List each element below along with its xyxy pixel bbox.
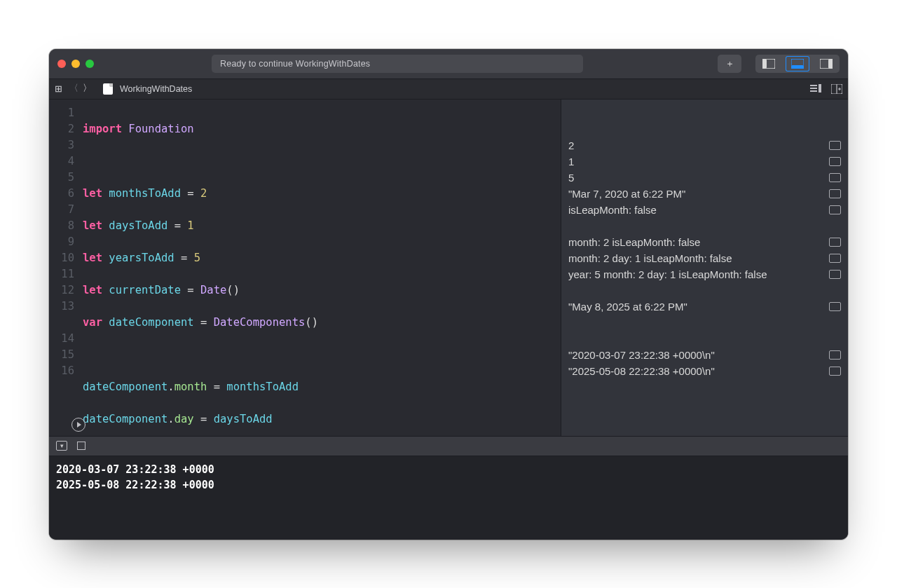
titlebar: Ready to continue WorkingWithDates ＋ [49,49,848,78]
activity-status[interactable]: Ready to continue WorkingWithDates [212,55,583,73]
svg-rect-1 [762,59,767,69]
toggle-left-panel-button[interactable] [757,56,781,71]
panel-toggle-group [755,55,840,73]
console-output[interactable]: 2020-03-07 23:22:38 +0000 2025-05-08 22:… [49,456,848,540]
activity-status-text: Ready to continue WorkingWithDates [220,59,370,69]
result-row[interactable]: month: 2 isLeapMonth: false [568,234,841,250]
line-number [49,315,74,331]
quicklook-icon[interactable] [829,350,841,360]
quicklook-icon[interactable] [829,302,841,311]
line-number: 15 [49,347,74,363]
breadcrumb-filename[interactable]: WorkingWithDates [120,84,192,94]
quicklook-icon[interactable] [829,141,841,150]
swift-file-icon [103,83,113,95]
quicklook-icon[interactable] [829,270,841,279]
console-line: 2025-05-08 22:22:38 +0000 [56,479,214,491]
quicklook-icon[interactable] [829,238,841,247]
quicklook-icon[interactable] [829,367,841,376]
xcode-window: Ready to continue WorkingWithDates ＋ ⊞ 〈… [49,49,848,540]
quicklook-icon[interactable] [829,254,841,263]
console-line: 2020-03-07 23:22:38 +0000 [56,463,214,476]
add-editor-icon[interactable] [831,84,842,94]
result-row[interactable]: "2020-03-07 23:22:38 +0000\n" [568,347,841,363]
result-row[interactable]: 1 [568,153,841,170]
svg-rect-7 [810,88,817,89]
result-row[interactable]: isLeapMonth: false [568,202,841,218]
source-editor[interactable]: 1 2 3 4 5 6 7 8 9 10 11 12 13 14 15 16 i… [49,100,561,436]
line-number: 14 [49,331,74,347]
close-window-button[interactable] [57,60,66,68]
line-number: 13 [49,299,74,315]
code-content[interactable]: import Foundation let monthsToAdd = 2 le… [80,100,561,436]
minimap-icon[interactable] [810,84,821,94]
svg-rect-8 [810,90,817,92]
history-nav: 〈 〉 [69,83,92,95]
editor-area: 1 2 3 4 5 6 7 8 9 10 11 12 13 14 15 16 i… [49,100,848,436]
result-row[interactable]: "Mar 7, 2020 at 6:22 PM" [568,186,841,202]
line-number: 6 [49,186,74,202]
svg-rect-9 [819,84,821,93]
line-number: 2 [49,121,74,137]
history-back-button[interactable]: 〈 [69,83,78,95]
minimize-window-button[interactable] [71,60,80,68]
result-row[interactable]: month: 2 day: 1 isLeapMonth: false [568,250,841,266]
debug-dropdown-icon[interactable]: ▾ [56,441,67,451]
toggle-bottom-panel-button[interactable] [786,56,809,71]
line-number: 3 [49,137,74,153]
zoom-window-button[interactable] [85,60,94,68]
bottom-panel-icon [791,59,804,69]
line-number: 4 [49,153,74,170]
run-playground-button[interactable] [71,418,85,432]
jump-bar: ⊞ 〈 〉 WorkingWithDates [49,78,848,100]
svg-rect-3 [791,65,804,69]
line-number: 8 [49,218,74,234]
line-number: 12 [49,282,74,299]
toggle-right-panel-button[interactable] [814,56,838,71]
result-row[interactable]: 2 [568,137,841,153]
results-sidebar: 2 1 5 "Mar 7, 2020 at 6:22 PM" isLeapMon… [561,100,848,436]
result-row[interactable]: year: 5 month: 2 day: 1 isLeapMonth: fal… [568,266,841,282]
history-forward-button[interactable]: 〉 [83,83,92,95]
svg-rect-5 [828,59,833,69]
line-number: 7 [49,202,74,218]
left-panel-icon [762,59,775,69]
quicklook-icon[interactable] [829,205,841,214]
add-button[interactable]: ＋ [718,55,741,73]
line-number: 11 [49,266,74,282]
line-number: 10 [49,250,74,266]
line-number: 16 [49,363,74,379]
line-number: 9 [49,234,74,250]
quicklook-icon[interactable] [829,173,841,182]
line-gutter: 1 2 3 4 5 6 7 8 9 10 11 12 13 14 15 16 [49,100,80,436]
plus-icon: ＋ [725,57,734,70]
debug-toolbar: ▾ [49,436,848,456]
window-controls [57,60,94,68]
result-row[interactable]: "May 8, 2025 at 6:22 PM" [568,299,841,315]
result-row[interactable]: 5 [568,170,841,186]
quicklook-icon[interactable] [829,157,841,166]
related-items-icon[interactable]: ⊞ [55,83,62,94]
line-number: 1 [49,105,74,121]
debug-stop-icon[interactable] [77,442,85,450]
line-number: 5 [49,170,74,186]
svg-rect-6 [810,85,817,86]
result-row[interactable]: "2025-05-08 22:22:38 +0000\n" [568,363,841,379]
right-panel-icon [820,59,833,69]
quicklook-icon[interactable] [829,189,841,198]
